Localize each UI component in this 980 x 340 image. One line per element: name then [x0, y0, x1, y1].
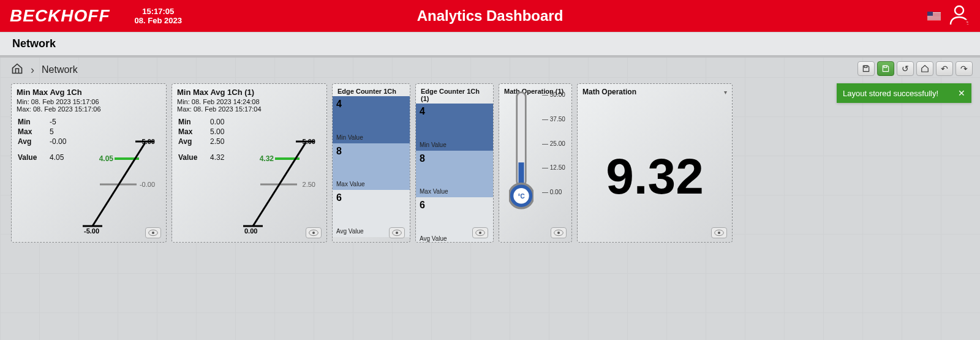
widget-title: Min Max Avg 1Ch (1) — [172, 84, 326, 98]
visibility-toggle[interactable] — [472, 227, 488, 238]
max-value: 8 — [420, 153, 425, 164]
svg-rect-4 — [884, 66, 887, 67]
page-title: Analytics Dashboard — [417, 7, 564, 25]
redo-button[interactable]: ↷ — [956, 61, 973, 76]
min-label: Min Value — [420, 142, 447, 148]
dashboard-canvas: › Network ↺ ↶ ↷ Layout stored successful… — [0, 58, 980, 340]
visibility-toggle[interactable] — [551, 227, 567, 238]
visibility-toggle[interactable] — [145, 227, 161, 238]
svg-rect-32 — [518, 162, 524, 186]
canvas-toolbar: ↺ ↶ ↷ — [858, 61, 973, 76]
minmax-chart-icon: 5.00 4.05 -0.00 -5.00 — [81, 135, 161, 233]
breadcrumb: › Network — [11, 62, 78, 77]
svg-rect-3 — [864, 66, 867, 67]
svg-point-30 — [479, 232, 481, 234]
avg-value: 6 — [420, 200, 425, 210]
visibility-toggle[interactable] — [389, 227, 405, 238]
svg-text:°C: °C — [518, 193, 524, 200]
max-timestamp: Max: 08. Feb 2023 15:17:04 — [172, 105, 326, 113]
minmax-chart-icon: 5.00 4.32 2.50 0.00 — [242, 135, 322, 233]
stats-table: Min0.00 Max5.00 Avg2.50 Value4.32 — [172, 113, 230, 167]
user-icon[interactable] — [948, 4, 970, 28]
breadcrumb-current: Network — [42, 64, 78, 75]
thermometer-icon: °C — [509, 90, 533, 213]
flag-icon[interactable] — [927, 12, 941, 20]
avg-value: 6 — [336, 192, 342, 203]
widget-minmaxavg-1[interactable]: Min Max Avg 1Ch Min: 08. Feb 2023 15:17:… — [11, 83, 167, 243]
min-timestamp: Min: 08. Feb 2023 14:24:08 — [172, 98, 326, 105]
widget-title: Edge Counter 1Ch (1) — [416, 84, 493, 104]
max-value: 8 — [336, 146, 342, 156]
stats-table: Min-5 Max5 Avg-0.00 Value4.05 — [12, 113, 72, 167]
home-button[interactable] — [916, 61, 933, 76]
visibility-toggle[interactable] — [306, 227, 322, 238]
svg-point-37 — [557, 232, 560, 234]
chevron-down-icon[interactable]: ▾ — [724, 89, 727, 96]
svg-point-15 — [152, 232, 154, 234]
svg-text:4.05: 4.05 — [99, 154, 114, 163]
toast-text: Layout stored successfully! — [843, 89, 938, 98]
visibility-toggle[interactable] — [711, 227, 727, 238]
close-icon[interactable]: ✕ — [958, 88, 965, 98]
widget-title: Math Operation — [578, 84, 732, 97]
widget-minmaxavg-2[interactable]: Min Max Avg 1Ch (1) Min: 08. Feb 2023 14… — [172, 83, 327, 243]
max-label: Max Value — [336, 181, 365, 187]
header-date: 08. Feb 2023 — [135, 16, 182, 25]
svg-text:-0.00: -0.00 — [140, 181, 155, 188]
svg-text:0.00: 0.00 — [244, 227, 257, 233]
widget-edgecounter-2[interactable]: Edge Counter 1Ch (1) 4Min Value 8Max Val… — [415, 83, 494, 243]
svg-point-0 — [955, 6, 963, 15]
undo-button[interactable]: ↶ — [936, 61, 953, 76]
svg-point-28 — [396, 232, 398, 234]
svg-text:2.50: 2.50 — [303, 181, 315, 188]
widget-edgecounter-1[interactable]: Edge Counter 1Ch 4Min Value 8Max Value 6… — [332, 83, 410, 243]
min-value: 4 — [336, 99, 342, 109]
tab-bar: Network — [0, 32, 980, 58]
min-value: 4 — [420, 106, 425, 116]
svg-text:4.32: 4.32 — [260, 154, 274, 163]
svg-point-26 — [312, 232, 315, 234]
tab-network[interactable]: Network — [0, 32, 68, 55]
app-header: BECKHOFF 15:17:05 08. Feb 2023 Analytics… — [0, 0, 980, 32]
max-label: Max Value — [420, 188, 448, 195]
widget-title: Min Max Avg 1Ch — [12, 84, 166, 98]
toast-success: Layout stored successfully! ✕ — [837, 83, 971, 103]
brand-logo: BECKHOFF — [10, 6, 110, 26]
svg-text:-5.00: -5.00 — [84, 227, 99, 233]
min-timestamp: Min: 08. Feb 2023 15:17:06 — [12, 98, 166, 105]
avg-label: Avg Value — [420, 235, 447, 242]
header-time: 15:17:05 — [142, 7, 174, 16]
thermometer-scale: 50.00 37.50 25.00 12.50 0.00 — [542, 91, 565, 195]
avg-label: Avg Value — [336, 228, 364, 235]
max-timestamp: Max: 08. Feb 2023 15:17:06 — [12, 105, 166, 113]
reset-button[interactable]: ↺ — [897, 61, 914, 76]
widget-mathop-thermometer[interactable]: Math Operation (1) °C 50.00 37.50 25.00 … — [499, 83, 572, 243]
home-icon[interactable] — [11, 62, 23, 77]
widget-mathop-value[interactable]: Math Operation ▾ 9.32 — [577, 83, 733, 243]
svg-point-39 — [718, 232, 720, 234]
header-datetime: 15:17:05 08. Feb 2023 — [135, 7, 182, 25]
value-display: 9.32 — [578, 97, 732, 243]
min-label: Min Value — [336, 134, 363, 141]
save-button[interactable] — [858, 61, 875, 76]
chevron-right-icon: › — [31, 64, 34, 77]
save-layout-button[interactable] — [877, 61, 894, 76]
widget-title: Edge Counter 1Ch — [333, 84, 410, 96]
